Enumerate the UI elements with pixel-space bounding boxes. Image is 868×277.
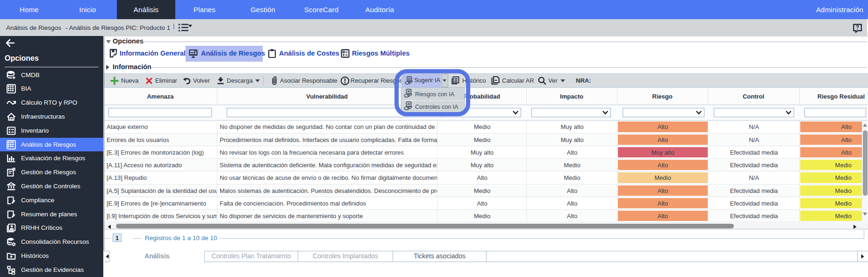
svg-text:?: ? bbox=[856, 24, 859, 31]
